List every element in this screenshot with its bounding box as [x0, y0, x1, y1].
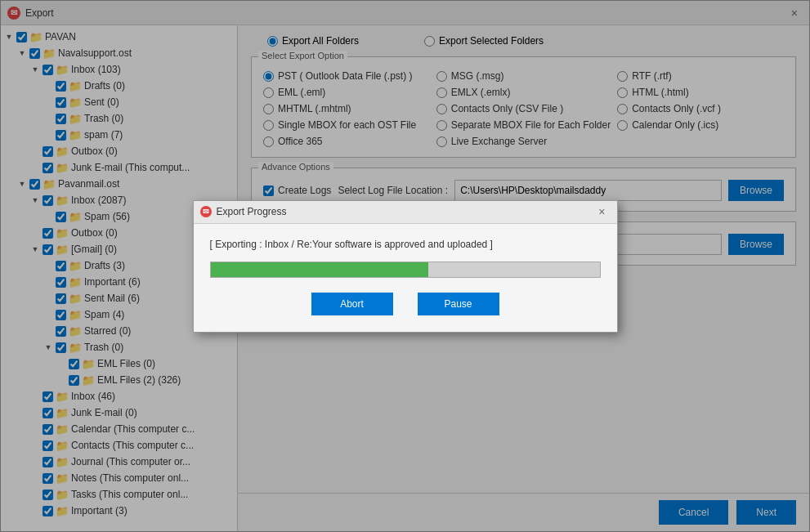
- exporting-text: [ Exporting : Inbox / Re:Your software i…: [210, 239, 601, 250]
- abort-button[interactable]: Abort: [311, 293, 393, 315]
- modal-overlay: ✉ Export Progress × [ Exporting : Inbox …: [0, 0, 810, 532]
- dialog-buttons: Abort Pause: [210, 293, 601, 315]
- dialog-icon: ✉: [200, 206, 212, 217]
- dialog-close-button[interactable]: ×: [593, 203, 610, 220]
- progress-dialog: ✉ Export Progress × [ Exporting : Inbox …: [193, 200, 618, 333]
- pause-button[interactable]: Pause: [418, 293, 499, 315]
- progress-bar-fill: [211, 262, 429, 277]
- dialog-title-bar: ✉ Export Progress ×: [194, 201, 617, 224]
- dialog-content: [ Exporting : Inbox / Re:Your software i…: [194, 224, 617, 332]
- dialog-title-text: Export Progress: [217, 206, 287, 217]
- progress-bar-container: [210, 262, 601, 278]
- dialog-title-left: ✉ Export Progress: [200, 206, 287, 217]
